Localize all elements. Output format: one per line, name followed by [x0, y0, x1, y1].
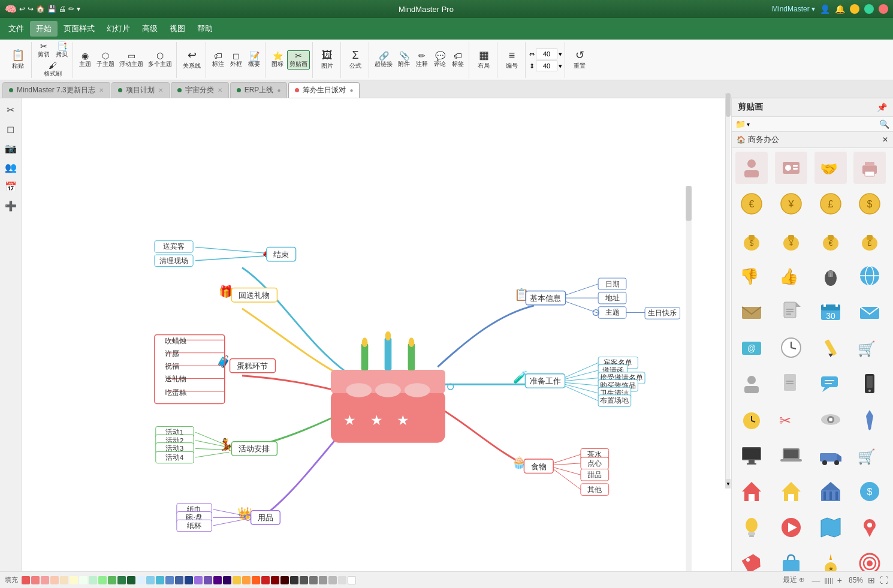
menu-view[interactable]: 视图: [164, 21, 191, 37]
clip-icon-euro-coin[interactable]: €: [735, 188, 768, 220]
comment-button[interactable]: 💬 评论: [432, 51, 448, 69]
tab-close-0[interactable]: ✕: [99, 87, 104, 94]
color-swatch-12[interactable]: [137, 576, 145, 584]
clip-icon-lightbulb[interactable]: [735, 511, 768, 544]
color-swatch-17[interactable]: [185, 576, 193, 584]
sidebar-photo-btn[interactable]: 📷: [2, 139, 20, 157]
maximize-button[interactable]: [864, 4, 874, 14]
color-swatch-25[interactable]: [261, 576, 270, 584]
clip-icon-pound-coin[interactable]: £: [814, 188, 847, 220]
clip-icon-price-tag[interactable]: [735, 547, 768, 571]
close-button[interactable]: [879, 4, 888, 14]
color-swatch-34[interactable]: [348, 576, 356, 584]
menu-start[interactable]: 开始: [30, 21, 58, 37]
sidebar-calendar-btn[interactable]: 📅: [2, 177, 20, 195]
format-painter-button[interactable]: 🖌 格式刷: [42, 61, 64, 79]
clip-icon-cart-red[interactable]: 🛒: [853, 439, 886, 472]
panel-pin-icon[interactable]: 📌: [877, 102, 887, 112]
color-swatch-29[interactable]: [300, 576, 308, 584]
clip-icon-yen-bag[interactable]: ¥: [775, 224, 807, 256]
clip-icon-scissors[interactable]: ✂: [775, 403, 807, 436]
clip-icon-house-red[interactable]: [735, 475, 768, 508]
color-swatch-16[interactable]: [175, 576, 183, 584]
save-icon[interactable]: 💾: [47, 5, 56, 13]
clip-icon-envelope-gold[interactable]: [735, 295, 768, 328]
tab-4[interactable]: 筹办生日派对 ●: [288, 82, 360, 98]
copy-button[interactable]: 📑 拷贝: [53, 41, 70, 59]
clip-icon-globe[interactable]: [853, 260, 886, 292]
cut-button[interactable]: ✂ 剪切: [35, 41, 52, 59]
clip-icon-map[interactable]: [814, 511, 847, 544]
clip-icon-pencil[interactable]: [814, 331, 847, 364]
callout-button[interactable]: 🏷 标注: [210, 51, 227, 69]
fit-page-button[interactable]: ⊞: [868, 575, 875, 585]
number-button[interactable]: ≡ 编号: [501, 49, 523, 71]
formula-button[interactable]: Σ 公式: [345, 49, 366, 71]
topic-button[interactable]: ◉ 主题: [77, 51, 93, 69]
color-swatch-4[interactable]: [60, 576, 68, 584]
float-topic-button[interactable]: ▭ 浮动主题: [117, 51, 145, 69]
menu-advanced[interactable]: 高级: [136, 21, 164, 37]
color-swatch-22[interactable]: [233, 576, 241, 584]
color-swatch-8[interactable]: [98, 576, 107, 584]
tab-0[interactable]: MindMaster 7.3更新日志 ✕: [2, 82, 110, 98]
color-swatch-10[interactable]: [117, 576, 126, 584]
clip-icon-email[interactable]: @: [735, 331, 768, 364]
image-button[interactable]: 🖼 图片: [316, 49, 338, 71]
notifications-icon[interactable]: 🔔: [835, 4, 845, 14]
color-swatch-14[interactable]: [156, 576, 164, 584]
color-swatch-13[interactable]: [146, 576, 155, 584]
size-h-dropdown[interactable]: ▾: [559, 62, 562, 70]
clip-icon-house-yellow[interactable]: [775, 475, 807, 508]
brand-label[interactable]: MindMaster ▾: [772, 5, 815, 13]
subtopic-button[interactable]: ⬡ 子主题: [95, 51, 116, 69]
redo-icon[interactable]: ↪: [28, 5, 34, 13]
clip-icon-person[interactable]: [735, 152, 768, 184]
clip-icon-mail-blue[interactable]: [853, 295, 886, 328]
clip-icon-alarm[interactable]: [735, 403, 768, 436]
panel-folder-dropdown[interactable]: ▾: [747, 121, 750, 128]
clip-icon-dollar-coin[interactable]: $: [853, 188, 886, 220]
attachment-button[interactable]: 📎 附件: [396, 51, 412, 69]
clip-icon-tie[interactable]: [853, 403, 886, 436]
edit-icon[interactable]: ✏: [68, 5, 74, 13]
sidebar-plus-btn[interactable]: ➕: [2, 197, 20, 215]
minimize-button[interactable]: [850, 4, 859, 14]
tab-close-4[interactable]: ●: [349, 87, 353, 94]
reset-button[interactable]: ↺ 重置: [569, 49, 590, 71]
clip-icon-calendar[interactable]: 30: [814, 295, 847, 328]
icon-button[interactable]: ⭐ 图标: [269, 51, 286, 69]
color-swatch-3[interactable]: [50, 576, 59, 584]
frame-button[interactable]: ◻ 外框: [228, 51, 245, 69]
clip-icon-medal[interactable]: ★: [814, 547, 847, 571]
menu-page-style[interactable]: 页面样式: [58, 21, 101, 37]
tab-close-3[interactable]: ●: [277, 87, 280, 94]
menu-slideshow[interactable]: 幻灯片: [101, 21, 136, 37]
tab-close-2[interactable]: ✕: [218, 87, 222, 94]
panel-category-close-icon[interactable]: ✕: [882, 135, 888, 144]
clip-icon-monitor[interactable]: [735, 439, 768, 472]
color-swatch-5[interactable]: [70, 576, 78, 584]
clip-icon-thumbs-down[interactable]: 👎: [735, 260, 768, 292]
size-dropdown[interactable]: ▾: [559, 50, 562, 58]
clip-icon-truck[interactable]: [814, 439, 847, 472]
paste-button[interactable]: 📋 粘贴: [7, 49, 29, 71]
print-icon[interactable]: 🖨: [59, 5, 66, 13]
color-swatch-31[interactable]: [319, 576, 327, 584]
clip-icon-play-button[interactable]: [775, 511, 807, 544]
layout-button[interactable]: ▦ 布局: [473, 49, 494, 71]
sidebar-shape-btn[interactable]: ◻: [2, 120, 20, 138]
relation-button[interactable]: ↩ 关系线: [180, 49, 203, 71]
clip-icon-handshake[interactable]: 🤝: [814, 152, 847, 184]
clip-icon-clock[interactable]: [775, 331, 807, 364]
clip-icon-phone[interactable]: [853, 367, 886, 400]
zoom-out-button[interactable]: —: [810, 575, 822, 585]
color-swatch-18[interactable]: [194, 576, 203, 584]
sidebar-clipart-btn[interactable]: ✂: [2, 101, 20, 119]
color-swatch-2[interactable]: [41, 576, 49, 584]
color-swatch-27[interactable]: [280, 576, 289, 584]
clip-icon-yen-coin[interactable]: ¥: [775, 188, 807, 220]
color-swatch-32[interactable]: [328, 576, 337, 584]
clip-icon-person-gray[interactable]: [735, 367, 768, 400]
clip-icon-euro-bag[interactable]: €: [814, 224, 847, 256]
